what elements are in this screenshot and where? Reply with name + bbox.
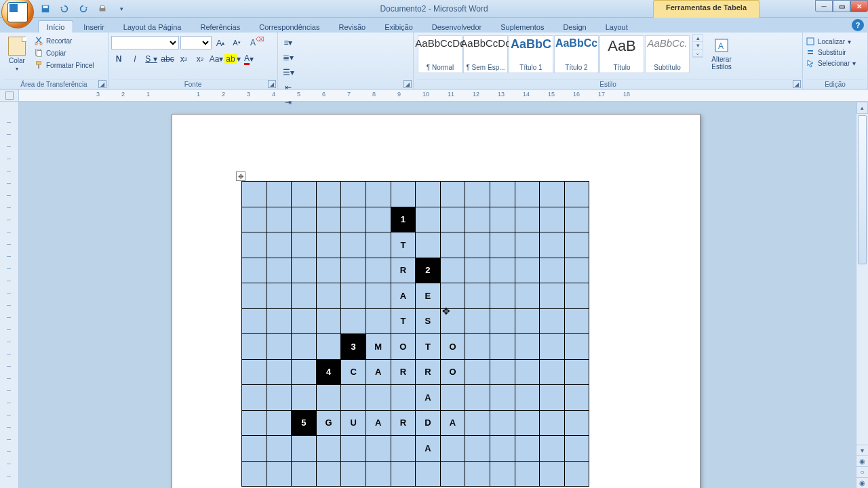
cell-5-6[interactable]: T bbox=[391, 308, 416, 334]
cell-6-3[interactable] bbox=[316, 334, 341, 360]
paragraph-launcher[interactable]: ◢ bbox=[403, 80, 412, 88]
style-subt-tulo[interactable]: AaBbCc.Subtítulo bbox=[645, 35, 690, 73]
cell-5-1[interactable] bbox=[267, 308, 292, 334]
cell-0-1[interactable] bbox=[267, 182, 292, 207]
cell-7-5[interactable]: A bbox=[366, 359, 391, 385]
cell-0-12[interactable] bbox=[540, 182, 565, 207]
cell-1-7[interactable] bbox=[416, 207, 441, 232]
cell-3-6[interactable]: R bbox=[391, 258, 416, 283]
cell-0-6[interactable] bbox=[391, 182, 416, 207]
cell-4-12[interactable] bbox=[540, 283, 565, 309]
prev-page-button[interactable]: ◉ bbox=[856, 455, 868, 466]
cell-1-5[interactable] bbox=[366, 207, 391, 232]
window-close-button[interactable]: ✕ bbox=[850, 0, 868, 12]
cell-7-6[interactable]: R bbox=[391, 359, 416, 385]
cell-10-9[interactable] bbox=[465, 436, 490, 462]
italic-button[interactable]: I bbox=[127, 52, 142, 66]
cell-3-4[interactable] bbox=[341, 258, 366, 283]
cell-10-10[interactable] bbox=[490, 436, 515, 462]
qat-save-icon[interactable] bbox=[39, 3, 52, 15]
scroll-thumb[interactable] bbox=[858, 115, 867, 264]
cell-1-0[interactable] bbox=[242, 207, 267, 232]
cell-5-3[interactable] bbox=[316, 308, 341, 334]
cell-2-2[interactable] bbox=[292, 232, 317, 258]
cell-11-9[interactable] bbox=[465, 461, 490, 487]
cell-2-5[interactable] bbox=[366, 232, 391, 258]
cell-4-11[interactable] bbox=[515, 283, 540, 309]
cell-11-1[interactable] bbox=[267, 461, 292, 487]
cell-2-11[interactable] bbox=[515, 232, 540, 258]
font-launcher[interactable]: ◢ bbox=[268, 80, 276, 88]
cell-3-11[interactable] bbox=[515, 258, 540, 283]
cell-7-9[interactable] bbox=[465, 359, 490, 385]
cell-2-8[interactable] bbox=[440, 232, 465, 258]
next-page-button[interactable]: ◉ bbox=[856, 477, 868, 488]
cut-button[interactable]: Recortar bbox=[33, 35, 96, 46]
cell-6-11[interactable] bbox=[515, 334, 540, 360]
cell-0-13[interactable] bbox=[564, 182, 589, 207]
cell-5-0[interactable] bbox=[242, 308, 267, 334]
cell-6-5[interactable]: M bbox=[366, 334, 391, 360]
cell-9-7[interactable]: D bbox=[416, 410, 441, 436]
clear-formatting-button[interactable]: A⌫ bbox=[245, 35, 260, 50]
highlight-button[interactable]: ab▾ bbox=[225, 52, 240, 66]
cell-11-13[interactable] bbox=[564, 461, 589, 487]
cell-8-2[interactable] bbox=[292, 385, 317, 411]
cell-2-0[interactable] bbox=[242, 232, 267, 258]
cell-11-4[interactable] bbox=[341, 461, 366, 487]
cell-1-3[interactable] bbox=[316, 207, 341, 232]
cell-2-3[interactable] bbox=[316, 232, 341, 258]
cell-4-13[interactable] bbox=[564, 283, 589, 309]
gallery-down-button[interactable]: ▾ bbox=[693, 42, 703, 49]
font-family-select[interactable] bbox=[111, 36, 179, 49]
cell-4-9[interactable] bbox=[465, 283, 490, 309]
cell-5-4[interactable] bbox=[341, 308, 366, 334]
cell-5-8[interactable] bbox=[440, 308, 465, 334]
cell-1-2[interactable] bbox=[292, 207, 317, 232]
cell-8-8[interactable] bbox=[440, 385, 465, 411]
cell-9-13[interactable] bbox=[564, 410, 589, 436]
table-move-handle[interactable] bbox=[236, 171, 245, 181]
cell-8-3[interactable] bbox=[316, 385, 341, 411]
cell-0-10[interactable] bbox=[490, 182, 515, 207]
cell-11-0[interactable] bbox=[242, 461, 267, 487]
cell-2-1[interactable] bbox=[267, 232, 292, 258]
cell-4-0[interactable] bbox=[242, 283, 267, 309]
cell-10-4[interactable] bbox=[341, 436, 366, 462]
cell-11-7[interactable] bbox=[416, 461, 441, 487]
cell-10-0[interactable] bbox=[242, 436, 267, 462]
cell-9-2[interactable]: 5 bbox=[292, 410, 317, 436]
cell-8-11[interactable] bbox=[515, 385, 540, 411]
cell-5-2[interactable] bbox=[292, 308, 317, 334]
cell-10-6[interactable] bbox=[391, 436, 416, 462]
cell-1-12[interactable] bbox=[540, 207, 565, 232]
superscript-button[interactable]: x2 bbox=[193, 52, 208, 66]
cell-11-10[interactable] bbox=[490, 461, 515, 487]
cell-9-6[interactable]: R bbox=[391, 410, 416, 436]
cell-0-9[interactable] bbox=[465, 182, 490, 207]
cell-1-10[interactable] bbox=[490, 207, 515, 232]
cell-1-1[interactable] bbox=[267, 207, 292, 232]
cell-9-0[interactable] bbox=[242, 410, 267, 436]
cell-11-5[interactable] bbox=[366, 461, 391, 487]
tab-inserir[interactable]: Inserir bbox=[75, 20, 113, 33]
cell-3-3[interactable] bbox=[316, 258, 341, 283]
cell-4-7[interactable]: E bbox=[416, 283, 441, 309]
numbering-button[interactable]: ≣▾ bbox=[281, 50, 296, 65]
cell-7-12[interactable] bbox=[540, 359, 565, 385]
cell-3-0[interactable] bbox=[242, 258, 267, 283]
cell-5-7[interactable]: S bbox=[416, 308, 441, 334]
cell-8-4[interactable] bbox=[341, 385, 366, 411]
style--normal[interactable]: AaBbCcDc¶ Normal bbox=[418, 35, 462, 73]
style-t-tulo-1[interactable]: AaBbCTítulo 1 bbox=[509, 35, 553, 73]
cell-5-13[interactable] bbox=[564, 308, 589, 334]
cell-1-4[interactable] bbox=[341, 207, 366, 232]
cell-10-8[interactable] bbox=[440, 436, 465, 462]
tab-layout[interactable]: Layout bbox=[597, 20, 637, 33]
bullets-button[interactable]: ≡▾ bbox=[281, 35, 296, 50]
clipboard-launcher[interactable]: ◢ bbox=[98, 80, 106, 88]
cell-11-11[interactable] bbox=[515, 461, 540, 487]
cell-0-5[interactable] bbox=[366, 182, 391, 207]
tab-layout-da-página[interactable]: Layout da Página bbox=[115, 20, 191, 33]
cell-2-6[interactable]: T bbox=[391, 232, 416, 258]
